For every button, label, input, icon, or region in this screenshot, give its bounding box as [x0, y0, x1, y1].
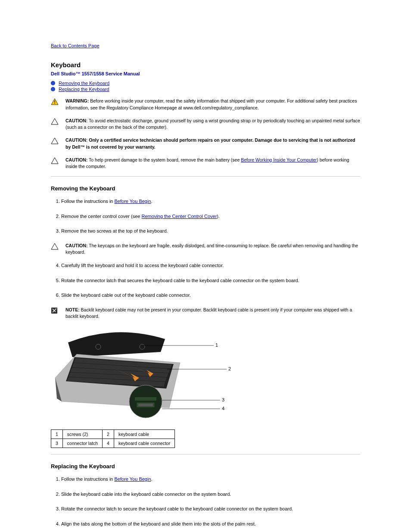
svg-rect-10: [138, 404, 153, 406]
legend-num: 2: [103, 430, 114, 439]
figure-legend-table: 1 screws (2) 2 keyboard cable 3 connecto…: [51, 429, 175, 448]
step-item: Slide the keyboard cable out of the keyb…: [61, 292, 360, 299]
removing-steps-cont: Carefully lift the keyboard and hold it …: [51, 262, 360, 299]
step-item: Follow the instructions in Before You Be…: [61, 198, 360, 205]
callout-1: 1: [215, 342, 218, 348]
section-divider: [51, 454, 360, 454]
toc-link-replacing[interactable]: Replacing the Keyboard: [59, 87, 109, 92]
page-title: Keyboard: [51, 61, 360, 68]
toc-link-removing[interactable]: Removing the Keyboard: [59, 81, 109, 86]
warning-label: WARNING:: [65, 98, 89, 103]
caution-keycaps-text: The keycaps on the keyboard are fragile,…: [65, 243, 358, 255]
note-label: NOTE:: [65, 307, 80, 312]
caution-tech-notice: CAUTION: Only a certified service techni…: [51, 137, 360, 151]
back-to-contents-link[interactable]: Back to Contents Page: [51, 43, 360, 48]
replacing-steps: Follow the instructions in Before You Be…: [51, 476, 360, 527]
before-you-begin-link[interactable]: Before You Begin: [115, 476, 151, 482]
step-item: Rotate the connector latch to secure the…: [61, 505, 360, 513]
step-item: Carefully lift the keyboard and hold it …: [61, 262, 360, 269]
step-item: Follow the instructions in Before You Be…: [61, 476, 360, 483]
caution-label: CAUTION:: [65, 137, 87, 143]
table-of-contents: Removing the Keyboard Replacing the Keyb…: [51, 81, 360, 92]
center-control-link[interactable]: Removing the Center Control Cover: [141, 214, 217, 219]
caution-label: CAUTION:: [65, 118, 87, 123]
legend-label: screws (2): [62, 430, 102, 439]
step-item: Align the tabs along the bottom of the k…: [61, 520, 360, 528]
caution-esd-text: To avoid electrostatic discharge, ground…: [65, 118, 360, 130]
step-item: Remove the center control cover (see Rem…: [61, 213, 360, 220]
warning-icon: !: [51, 98, 65, 105]
removing-section-title: Removing the Keyboard: [51, 185, 360, 192]
legend-num: 4: [103, 439, 114, 448]
step-item: Rotate the connector latch that secures …: [61, 277, 360, 284]
svg-rect-8: [135, 397, 156, 401]
caution-board-notice: CAUTION: To help prevent damage to the s…: [51, 157, 360, 171]
step-item: Slide the keyboard cable into the keyboa…: [61, 491, 360, 498]
legend-label: keyboard cable connector: [114, 439, 174, 448]
note-icon: [51, 307, 65, 314]
svg-text:!: !: [54, 100, 55, 105]
callout-4: 4: [222, 406, 224, 411]
replacing-section-title: Replacing the Keyboard: [51, 463, 360, 470]
caution-tech-text: Only a certified service technician shou…: [65, 137, 355, 149]
caution-esd-notice: CAUTION: To avoid electrostatic discharg…: [51, 118, 360, 131]
caution-icon: [51, 243, 65, 250]
callout-2: 2: [228, 366, 231, 371]
removing-steps: Follow the instructions in Before You Be…: [51, 198, 360, 235]
svg-marker-3: [51, 138, 58, 144]
caution-icon: [51, 118, 65, 125]
bullet-icon: [51, 81, 55, 85]
caution-keycaps-notice: CAUTION: The keycaps on the keyboard are…: [51, 243, 360, 256]
legend-num: 1: [51, 430, 63, 439]
step-item: Remove the two screws at the top of the …: [61, 227, 360, 235]
callout-3: 3: [222, 397, 224, 402]
legend-label: keyboard cable: [114, 430, 174, 439]
manual-subtitle: Dell Studio™ 1557/1558 Service Manual: [51, 71, 360, 76]
svg-point-7: [129, 385, 162, 418]
legend-label: connector latch: [62, 439, 102, 448]
laptop-illustration: [51, 326, 232, 425]
note-palmrest: NOTE: Backlit keyboard cable may not be …: [51, 307, 360, 320]
caution-icon: [51, 137, 65, 144]
caution-label: CAUTION:: [65, 157, 87, 162]
svg-marker-5: [51, 243, 58, 249]
svg-marker-4: [51, 158, 58, 164]
keyboard-figure: 1 2 3 4 1 screws (2) 2 keyboard cable 3 …: [51, 326, 360, 448]
svg-marker-2: [51, 118, 58, 124]
section-divider: [51, 176, 360, 177]
legend-num: 3: [51, 439, 63, 448]
warning-text: Before working inside your computer, rea…: [65, 98, 357, 110]
caution-label: CAUTION:: [65, 243, 87, 248]
caution-board-prefix: To help prevent damage to the system boa…: [89, 157, 241, 162]
bullet-icon: [51, 87, 55, 91]
warning-notice: ! WARNING: Before working inside your co…: [51, 98, 360, 112]
note-text: Backlit keyboard cable may not be presen…: [65, 307, 352, 319]
before-working-link[interactable]: Before Working Inside Your Computer: [241, 157, 317, 162]
before-you-begin-link[interactable]: Before You Begin: [115, 199, 151, 204]
caution-icon: [51, 157, 65, 164]
